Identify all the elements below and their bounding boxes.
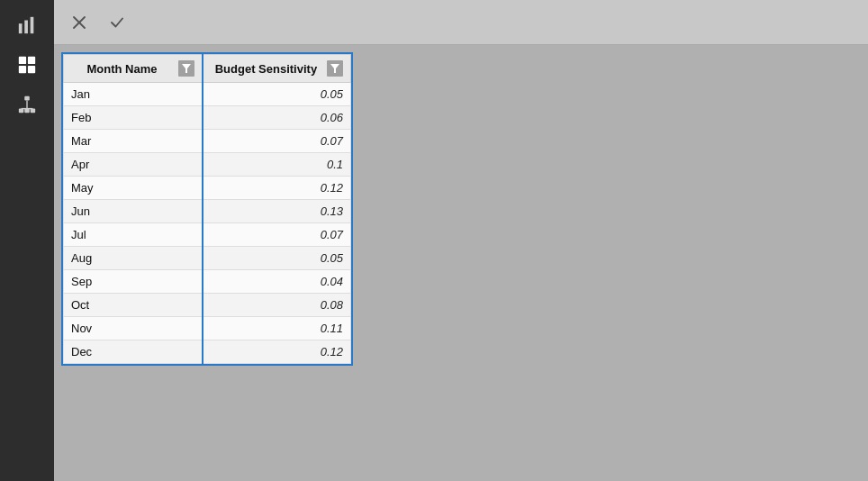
confirm-button[interactable] [101,9,133,36]
budget-cell: 0.07 [203,223,351,247]
budget-cell: 0.12 [203,340,351,364]
budget-cell: 0.1 [203,153,351,177]
budget-cell: 0.05 [203,247,351,270]
table-row: Mar0.07 [64,130,351,153]
table-row: Sep0.04 [64,270,351,294]
content-area: Month Name Budget Sensitivity [54,45,868,481]
table-row: Apr0.1 [64,153,351,177]
month-cell: Dec [64,340,203,364]
svg-rect-0 [19,23,23,33]
table-row: Dec0.12 [64,340,351,364]
hierarchy-icon[interactable] [9,86,45,123]
table-row: Jun0.13 [64,200,351,223]
budget-cell: 0.12 [203,177,351,200]
table-row: Aug0.05 [64,247,351,270]
budget-cell: 0.06 [203,106,351,130]
month-cell: May [64,177,203,200]
svg-rect-6 [28,66,35,73]
sidebar [0,0,54,481]
svg-marker-15 [182,64,191,73]
svg-rect-9 [24,109,30,113]
toolbar [54,0,868,45]
svg-rect-8 [19,109,24,113]
svg-rect-2 [31,17,34,33]
budget-cell: 0.08 [203,294,351,317]
budget-cell: 0.13 [203,200,351,223]
svg-rect-1 [24,21,28,34]
month-cell: Feb [64,106,203,130]
budget-cell: 0.11 [203,317,351,340]
month-cell: Jan [64,83,203,106]
svg-rect-10 [31,109,35,113]
month-cell: Oct [64,294,203,317]
svg-marker-16 [330,64,339,73]
budget-sensitivity-header: Budget Sensitivity [203,55,351,83]
month-cell: Nov [64,317,203,340]
table-row: Feb0.06 [64,106,351,130]
svg-rect-5 [19,66,26,73]
month-filter-button[interactable] [178,60,194,77]
cancel-button[interactable] [63,9,95,36]
month-cell: Jun [64,200,203,223]
budget-filter-button[interactable] [327,60,343,77]
main-area: Month Name Budget Sensitivity [54,0,868,481]
chart-icon[interactable] [9,7,45,43]
data-table-container: Month Name Budget Sensitivity [61,52,353,366]
table-row: Jul0.07 [64,223,351,247]
svg-rect-7 [24,96,30,101]
data-table: Month Name Budget Sensitivity [63,54,351,364]
svg-rect-3 [19,57,26,64]
month-name-header: Month Name [64,55,203,83]
month-cell: Aug [64,247,203,270]
month-cell: Sep [64,270,203,294]
budget-cell: 0.05 [203,83,351,106]
month-cell: Mar [64,130,203,153]
table-row: May0.12 [64,177,351,200]
table-row: Jan0.05 [64,83,351,106]
budget-cell: 0.07 [203,130,351,153]
svg-rect-4 [28,57,35,64]
month-cell: Apr [64,153,203,177]
budget-cell: 0.04 [203,270,351,294]
table-row: Oct0.08 [64,294,351,317]
month-cell: Jul [64,223,203,247]
table-icon[interactable] [9,47,45,83]
table-row: Nov0.11 [64,317,351,340]
